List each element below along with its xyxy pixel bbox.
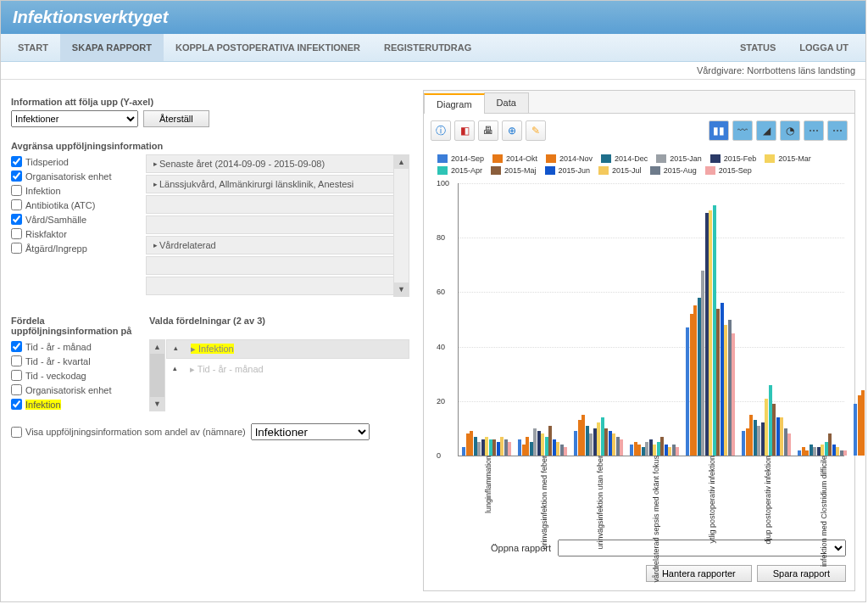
chart-other2-icon[interactable]: ⋯ — [827, 120, 848, 141]
chart-category: lunginflammation — [459, 183, 515, 456]
scroll-up-icon[interactable]: ▲ — [150, 340, 164, 354]
filter-value[interactable] — [146, 256, 394, 275]
scroll-up-icon[interactable]: ▲ — [394, 155, 409, 169]
chart-bar — [530, 442, 533, 456]
yaxis-label: Information att följa upp (Y-axel) — [11, 97, 409, 107]
filter-value[interactable] — [146, 195, 394, 214]
chart-bar — [701, 271, 704, 456]
chart-bar — [497, 442, 500, 456]
zoom-icon[interactable]: ⊕ — [502, 120, 522, 141]
legend-item: 2015-Aug — [650, 166, 697, 175]
chart-bar — [693, 305, 697, 456]
filter-value[interactable]: Senaste året (2014-09-09 - 2015-09-08) — [146, 154, 394, 173]
valda-item[interactable]: ▴▸ Tid - år - månad — [166, 361, 409, 378]
print-icon[interactable]: 🖶 — [478, 120, 498, 141]
menu-registerutdrag[interactable]: REGISTERUTDRAG — [372, 34, 483, 61]
legend-item: 2014-Nov — [546, 154, 593, 163]
chart-bar — [504, 439, 508, 456]
filter-value[interactable]: Vårdrelaterad — [146, 236, 394, 254]
chart-bar — [840, 450, 843, 456]
chart-bar — [508, 442, 511, 456]
dist-check[interactable]: Infektion — [11, 397, 142, 411]
chart-area-icon[interactable]: ◢ — [756, 120, 776, 141]
dist-check[interactable]: Organisatorisk enhet — [11, 383, 142, 397]
scroll-down-icon[interactable]: ▼ — [150, 397, 164, 411]
filter-check[interactable]: Vård/Samhälle — [11, 212, 142, 226]
chart-bar — [757, 426, 760, 456]
andel-select[interactable]: Infektioner — [251, 423, 370, 440]
filter-check[interactable]: Organisatorisk enhet — [11, 169, 142, 183]
chart-bar — [780, 417, 783, 456]
pdf-icon[interactable]: ◧ — [454, 120, 475, 141]
chart-bar — [772, 404, 776, 456]
filter-value[interactable]: Länssjukvård, Allmänkirurgi länsklinik, … — [146, 175, 394, 193]
menu-start[interactable]: START — [6, 34, 60, 61]
filter-value[interactable] — [146, 215, 394, 234]
filter-check[interactable]: Antibiotika (ATC) — [11, 198, 142, 212]
chart-bar — [462, 447, 465, 456]
filter-check[interactable]: Infektion — [11, 183, 142, 198]
chart-line-icon[interactable]: 〰 — [732, 120, 753, 141]
reset-button[interactable]: Återställ — [143, 110, 209, 127]
menu-skapa-rapport[interactable]: SKAPA RAPPORT — [60, 34, 164, 61]
chart-bar — [828, 433, 832, 456]
chart-bar — [548, 426, 552, 456]
chart-bar — [716, 309, 720, 456]
chart-bar — [843, 450, 847, 456]
tab-data[interactable]: Data — [484, 92, 529, 113]
scroll-down-icon[interactable]: ▼ — [394, 282, 409, 296]
chart-bar — [660, 437, 664, 456]
chart-other1-icon[interactable]: ⋯ — [804, 120, 824, 141]
filter-check[interactable]: Riskfaktor — [11, 226, 142, 241]
chart-bar — [593, 428, 597, 456]
chart-bar — [865, 388, 866, 456]
hantera-rapporter-button[interactable]: Hantera rapporter — [646, 565, 752, 582]
chart-category: djup postoperativ infektion — [738, 183, 794, 456]
menubar: START SKAPA RAPPORT KOPPLA POSTOPERATIVA… — [1, 34, 865, 62]
chart-bar — [672, 445, 676, 456]
chart-bar — [474, 437, 477, 456]
spara-rapport-button[interactable]: Spara rapport — [757, 565, 846, 582]
filter-value[interactable] — [146, 277, 394, 295]
tab-diagram[interactable]: Diagram — [424, 93, 485, 114]
chart-bar — [637, 445, 641, 456]
valda-item[interactable]: ▴▸ Infektion — [166, 339, 409, 359]
chart-bar — [609, 431, 612, 456]
filter-check[interactable]: Åtgärd/Ingrepp — [11, 241, 142, 255]
legend-item: 2015-Maj — [491, 166, 537, 175]
chart-bar — [861, 390, 865, 456]
chart-bar — [597, 422, 600, 456]
chart-bar-icon[interactable]: ▮▮ — [709, 120, 729, 141]
chart-category: vårdrelaterad sepsis med okänt fokus — [626, 183, 682, 456]
info-icon[interactable]: ⓘ — [431, 120, 451, 141]
chart-category: urinvägsinfektion med feber — [515, 183, 570, 456]
menu-logga-ut[interactable]: LOGGA UT — [787, 34, 860, 61]
menu-koppla[interactable]: KOPPLA POSTOPERATIVA INFEKTIONER — [164, 34, 372, 61]
dist-scrollbar[interactable]: ▲ ▼ — [149, 339, 165, 411]
legend-item: 2014-Sep — [437, 154, 484, 163]
filter-check[interactable]: Tidsperiod — [11, 154, 142, 169]
yaxis-select[interactable]: Infektioner — [11, 110, 138, 127]
chart-bar — [817, 447, 821, 456]
chart-bar — [653, 445, 656, 456]
chart-bar — [574, 431, 577, 456]
filter-title: Avgränsa uppföljningsinformation — [11, 141, 409, 151]
app-title: Infektionsverktyget — [1, 1, 865, 34]
chart-bar — [586, 426, 589, 456]
filter-scrollbar[interactable]: ▲ ▼ — [393, 154, 409, 297]
menu-status[interactable]: STATUS — [728, 34, 787, 61]
chart-bar — [787, 433, 791, 456]
dist-check[interactable]: Tid - år - kvartal — [11, 354, 142, 368]
chart-pie-icon[interactable]: ◔ — [780, 120, 800, 141]
chart-bar — [541, 433, 544, 456]
andel-checkbox[interactable]: Visa uppföljningsinformation som andel a… — [11, 427, 246, 438]
chart-bar — [612, 433, 615, 456]
dist-check[interactable]: Tid - år - månad — [11, 339, 142, 354]
dist-title: Fördela uppföljningsinformation på — [11, 316, 142, 336]
chart-bar — [642, 447, 645, 456]
dist-check[interactable]: Tid - veckodag — [11, 368, 142, 383]
chart-bar — [728, 320, 732, 456]
chart-bar — [709, 210, 712, 456]
chart-bar — [749, 415, 753, 456]
edit-icon[interactable]: ✎ — [526, 120, 546, 141]
